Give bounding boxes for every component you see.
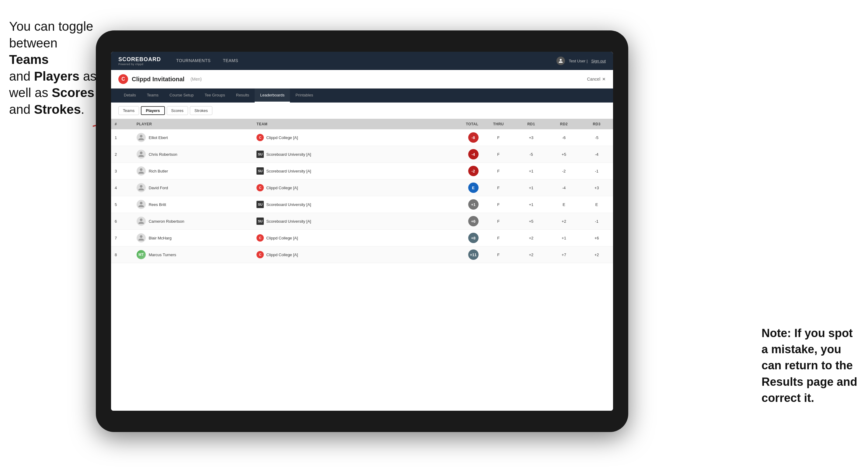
cell-num: 8: [111, 246, 133, 263]
cell-total: +8: [438, 230, 482, 246]
nav-link-tournaments[interactable]: TOURNAMENTS: [170, 52, 217, 70]
cell-total: -2: [438, 163, 482, 180]
col-header-rd3: RD3: [580, 119, 613, 129]
tab-printables[interactable]: Printables: [290, 89, 318, 102]
cell-rd2: +2: [548, 213, 581, 230]
cell-thru: F: [482, 129, 515, 146]
logo-text: SCOREBOARD: [118, 56, 161, 63]
cell-rd3: -1: [580, 163, 613, 180]
toggle-scores-button[interactable]: Scores: [167, 106, 188, 115]
team-name: Scoreboard University [A]: [266, 152, 311, 157]
score-badge: +6: [468, 216, 478, 226]
tablet-device: SCOREBOARD Powered by clippd TOURNAMENTS…: [96, 30, 628, 432]
cell-rd3: -4: [580, 146, 613, 163]
table-row: 5Rees BrittSUScoreboard University [A]+1…: [111, 196, 613, 213]
cell-rd2: E: [548, 196, 581, 213]
team-name: Scoreboard University [A]: [266, 219, 311, 224]
tab-results[interactable]: Results: [230, 89, 255, 102]
cancel-button[interactable]: Cancel ✕: [587, 77, 606, 82]
cell-total: +11: [438, 246, 482, 263]
player-name: Blair McHarg: [149, 236, 172, 240]
cell-team: CClippd College [A]: [253, 230, 438, 246]
cell-player: Rich Butler: [133, 163, 253, 180]
player-avatar: MT: [136, 250, 146, 259]
tournament-logo: C: [118, 74, 128, 84]
cell-num: 3: [111, 163, 133, 180]
cell-thru: F: [482, 146, 515, 163]
cell-rd2: -6: [548, 129, 581, 146]
cell-rd2: +5: [548, 146, 581, 163]
left-annotation: You can toggle between Teams and Players…: [9, 18, 97, 118]
col-header-thru: THRU: [482, 119, 515, 129]
tournament-header: C Clippd Invitational (Men) Cancel ✕: [111, 70, 613, 89]
cell-thru: F: [482, 163, 515, 180]
tab-tee-groups[interactable]: Tee Groups: [199, 89, 230, 102]
cell-num: 1: [111, 129, 133, 146]
cell-rd1: +1: [515, 196, 548, 213]
cell-rd3: +2: [580, 246, 613, 263]
cell-num: 4: [111, 180, 133, 196]
tournament-subtitle: (Men): [190, 77, 202, 82]
cell-rd3: +6: [580, 230, 613, 246]
team-name: Clippd College [A]: [266, 186, 298, 190]
cell-thru: F: [482, 230, 515, 246]
tab-leaderboards[interactable]: Leaderboards: [255, 89, 290, 102]
toggle-teams-button[interactable]: Teams: [118, 106, 139, 115]
nav-links: TOURNAMENTS TEAMS: [170, 52, 556, 70]
score-badge: -2: [468, 166, 478, 176]
cell-team: CClippd College [A]: [253, 129, 438, 146]
cell-player: MTMarcus Turners: [133, 246, 253, 263]
col-header-num: #: [111, 119, 133, 129]
cell-player: Cameron Robertson: [133, 213, 253, 230]
tab-teams[interactable]: Teams: [142, 89, 164, 102]
player-avatar: [136, 217, 146, 226]
cell-thru: F: [482, 213, 515, 230]
cell-rd1: +1: [515, 180, 548, 196]
toggle-players-button[interactable]: Players: [141, 106, 164, 115]
cell-rd2: -4: [548, 180, 581, 196]
score-badge: -8: [468, 132, 478, 143]
team-logo: C: [256, 134, 264, 141]
team-name: Clippd College [A]: [266, 252, 298, 257]
cell-rd1: -5: [515, 146, 548, 163]
col-header-total: TOTAL: [438, 119, 482, 129]
nav-link-teams[interactable]: TEAMS: [217, 52, 244, 70]
toggle-strokes-button[interactable]: Strokes: [190, 106, 212, 115]
sign-out-link[interactable]: Sign out: [591, 59, 606, 63]
cell-num: 5: [111, 196, 133, 213]
cell-thru: F: [482, 246, 515, 263]
team-name: Clippd College [A]: [266, 236, 298, 240]
score-badge: +8: [468, 233, 478, 243]
cell-num: 2: [111, 146, 133, 163]
logo-sub: Powered by clippd: [118, 63, 161, 66]
cell-rd1: +5: [515, 213, 548, 230]
player-avatar: [136, 166, 146, 176]
cell-total: +6: [438, 213, 482, 230]
player-name: Chris Robertson: [149, 152, 177, 157]
cell-rd3: -5: [580, 129, 613, 146]
cell-rd1: +2: [515, 246, 548, 263]
team-name: Clippd College [A]: [266, 135, 298, 140]
table-row: 7Blair McHargCClippd College [A]+8F+2+1+…: [111, 230, 613, 246]
leaderboard-table: # PLAYER TEAM TOTAL THRU RD1 RD2 RD3 1El…: [111, 119, 613, 411]
cell-player: Chris Robertson: [133, 146, 253, 163]
tab-details[interactable]: Details: [118, 89, 142, 102]
nav-right: Test User | Sign out: [556, 57, 606, 65]
team-logo: SU: [256, 201, 264, 208]
nav-bar: SCOREBOARD Powered by clippd TOURNAMENTS…: [111, 52, 613, 70]
cell-team: SUScoreboard University [A]: [253, 163, 438, 180]
col-header-player: PLAYER: [133, 119, 253, 129]
toggle-bar: Teams Players Scores Strokes: [111, 102, 613, 119]
cell-thru: F: [482, 180, 515, 196]
tournament-title-area: C Clippd Invitational (Men): [118, 74, 202, 84]
cell-rd1: +1: [515, 163, 548, 180]
score-badge: +11: [468, 249, 478, 260]
col-header-rd1: RD1: [515, 119, 548, 129]
cell-player: Rees Britt: [133, 196, 253, 213]
cell-total: -4: [438, 146, 482, 163]
tournament-name: Clippd Invitational: [132, 76, 184, 83]
tab-course-setup[interactable]: Course Setup: [164, 89, 199, 102]
cell-rd1: +2: [515, 230, 548, 246]
player-name: Rees Britt: [149, 202, 166, 207]
right-annotation: Note: If you spot a mistake, you can ret…: [762, 325, 859, 406]
